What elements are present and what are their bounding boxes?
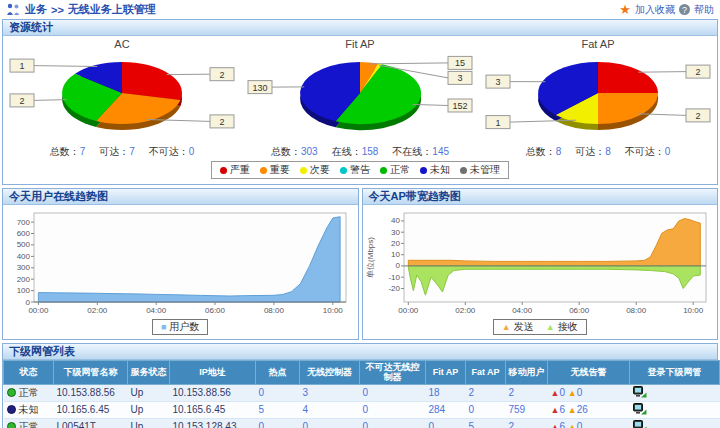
column-header: 无线控制器 — [300, 361, 360, 385]
svg-text:2: 2 — [219, 117, 224, 127]
svg-text:08:00: 08:00 — [626, 306, 647, 315]
help-link[interactable]: 帮助 — [694, 3, 714, 17]
cell-unreachable-controllers: 0 — [360, 384, 426, 401]
column-header: 热点 — [256, 361, 300, 385]
chart-legend-item: ▲发送 — [502, 320, 534, 334]
cell-fat-ap: 2 — [466, 384, 506, 401]
legend-item: 警告 — [340, 163, 370, 177]
cell-ip-address: 10.153.88.56 — [170, 384, 256, 401]
cell-login-nms — [630, 418, 720, 428]
svg-text:-20: -20 — [388, 284, 400, 293]
pie-stat: 总数：8 — [526, 145, 562, 159]
app-logo-icon — [6, 3, 21, 16]
cell-login-nms — [630, 401, 720, 418]
pie-stat: 可达：7 — [99, 145, 135, 159]
ap-trend-chart: 403020100-10-2000:0002:0004:0006:0008:00… — [364, 207, 716, 317]
add-favorite-link[interactable]: 加入收藏 — [635, 3, 675, 17]
svg-text:2: 2 — [695, 67, 700, 77]
svg-text:08:00: 08:00 — [264, 306, 285, 315]
login-nms-icon[interactable] — [633, 420, 647, 428]
status-icon — [7, 405, 16, 414]
svg-text:300: 300 — [17, 263, 31, 272]
nms-table-panel: 下级网管列表 状态下级网管名称服务状态IP地址热点无线控制器不可达无线控制器Fi… — [2, 343, 718, 428]
pie-title-fitap: Fit AP — [241, 38, 479, 51]
ac-pie-stats: 总数：7可达：7不可达：0 — [3, 145, 241, 159]
cell-unreachable-controllers: 0 — [360, 401, 426, 418]
cell-unreachable-controllers: 0 — [360, 418, 426, 428]
svg-text:20: 20 — [391, 239, 400, 248]
svg-text:-10: -10 — [388, 273, 400, 282]
legend-item: 严重 — [220, 163, 250, 177]
favorite-star-icon: ★ — [619, 3, 631, 16]
cell-fat-ap: 0 — [466, 401, 506, 418]
column-header: 登录下级网管 — [630, 361, 720, 385]
svg-text:30: 30 — [391, 228, 400, 237]
pie-stat: 不在线：145 — [392, 145, 449, 159]
cell-fit-ap: 0 — [426, 418, 466, 428]
login-nms-icon[interactable] — [633, 403, 647, 417]
breadcrumb-section-link[interactable]: 业务 — [25, 2, 47, 17]
help-icon: ? — [679, 4, 690, 15]
svg-text:04:00: 04:00 — [146, 306, 167, 315]
user-trend-legend: ■用户数 — [152, 319, 208, 335]
svg-text:3: 3 — [495, 77, 500, 87]
login-nms-icon[interactable] — [633, 386, 647, 400]
pie-stat: 总数：7 — [50, 145, 86, 159]
cell-wireless-alarms: ▲6 ▲26 — [548, 401, 630, 418]
cell-fat-ap: 5 — [466, 418, 506, 428]
column-header: 服务状态 — [128, 361, 170, 385]
legend-dot-icon — [300, 167, 307, 174]
severity-legend: 严重重要次要警告正常未知未管理 — [211, 161, 509, 179]
svg-text:02:00: 02:00 — [88, 306, 109, 315]
legend-dot-icon — [260, 167, 267, 174]
legend-dot-icon — [420, 167, 427, 174]
svg-text:06:00: 06:00 — [569, 306, 590, 315]
cell-nms-name: L00541T — [54, 418, 128, 428]
svg-text:700: 700 — [17, 218, 31, 227]
cell-status: 未知 — [4, 401, 54, 418]
cell-login-nms — [630, 384, 720, 401]
major-alarm-icon: ▲ — [568, 422, 577, 428]
pie-stat: 在线：158 — [332, 145, 379, 159]
fitap-pie-stats: 总数：303在线：158不在线：145 — [241, 145, 479, 159]
legend-marker-icon: ▲ — [546, 322, 555, 332]
pie-title-ac: AC — [3, 38, 241, 51]
column-header: 移动用户 — [506, 361, 548, 385]
pie-charts-row: AC 2221 总数：7可达：7不可达：0 Fit AP 153152130 总… — [3, 36, 717, 159]
breadcrumb-separator: >> — [51, 4, 64, 16]
svg-text:单位(Mbps): 单位(Mbps) — [366, 237, 375, 278]
svg-text:2: 2 — [19, 96, 24, 106]
pie-stat: 不可达：0 — [625, 145, 671, 159]
svg-text:02:00: 02:00 — [455, 306, 476, 315]
column-header: 下级网管名称 — [54, 361, 128, 385]
fatap-pie-stats: 总数：8可达：8不可达：0 — [479, 145, 717, 159]
pie-block-fatap: Fat AP 2213 总数：8可达：8不可达：0 — [479, 36, 717, 159]
svg-text:2: 2 — [219, 70, 224, 80]
svg-text:600: 600 — [17, 229, 31, 238]
legend-item: 未知 — [420, 163, 450, 177]
cell-mobile-users: 2 — [506, 418, 548, 428]
cell-wireless-alarms: ▲0 ▲0 — [548, 384, 630, 401]
svg-text:130: 130 — [252, 83, 267, 93]
pie-block-ac: AC 2221 总数：7可达：7不可达：0 — [3, 36, 241, 159]
column-header: 无线告警 — [548, 361, 630, 385]
cell-status: 正常 — [4, 418, 54, 428]
svg-text:1: 1 — [19, 61, 24, 71]
svg-text:152: 152 — [452, 101, 467, 111]
trend-charts-row: 今天用户在线趋势图 010020030040050060070000:0002:… — [2, 188, 718, 340]
cell-hotspot: 0 — [256, 418, 300, 428]
legend-marker-icon: ■ — [161, 322, 166, 332]
nms-table-title: 下级网管列表 — [3, 344, 717, 360]
status-icon — [7, 388, 16, 397]
major-alarm-icon: ▲ — [568, 405, 577, 415]
cell-service-status: Up — [128, 401, 170, 418]
svg-text:10: 10 — [391, 250, 400, 259]
legend-item: 未管理 — [460, 163, 500, 177]
svg-text:15: 15 — [455, 58, 465, 68]
status-icon — [7, 422, 16, 428]
svg-text:10:00: 10:00 — [683, 306, 704, 315]
nms-table: 状态下级网管名称服务状态IP地址热点无线控制器不可达无线控制器Fit APFat… — [3, 360, 720, 428]
svg-text:04:00: 04:00 — [512, 306, 533, 315]
user-trend-chart-wrap: 010020030040050060070000:0002:0004:0006:… — [3, 205, 358, 335]
legend-dot-icon — [380, 167, 387, 174]
